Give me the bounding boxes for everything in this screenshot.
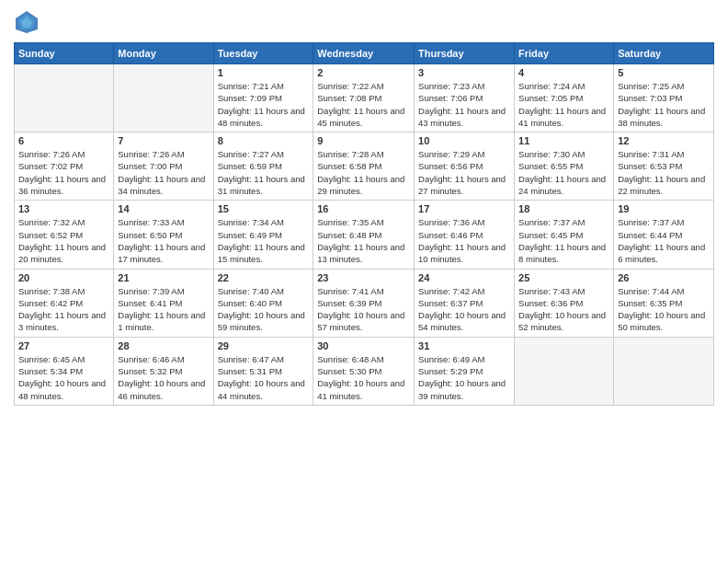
calendar-cell: 8Sunrise: 7:27 AM Sunset: 6:59 PM Daylig…	[213, 132, 313, 201]
day-info: Sunrise: 7:44 AM Sunset: 6:35 PM Dayligh…	[618, 285, 710, 334]
day-number: 19	[618, 203, 710, 214]
calendar-cell: 23Sunrise: 7:41 AM Sunset: 6:39 PM Dayli…	[313, 269, 415, 337]
day-info: Sunrise: 7:26 AM Sunset: 7:00 PM Dayligh…	[118, 148, 209, 197]
weekday-header-sunday: Sunday	[15, 43, 114, 64]
calendar-cell: 31Sunrise: 6:49 AM Sunset: 5:29 PM Dayli…	[415, 337, 515, 405]
logo-icon	[14, 9, 40, 35]
day-number: 22	[218, 272, 310, 283]
day-number: 3	[418, 67, 510, 78]
day-info: Sunrise: 7:33 AM Sunset: 6:50 PM Dayligh…	[118, 216, 209, 265]
weekday-header-monday: Monday	[114, 43, 213, 64]
calendar-cell: 11Sunrise: 7:30 AM Sunset: 6:55 PM Dayli…	[515, 132, 614, 201]
day-number: 12	[618, 135, 710, 146]
day-number: 15	[218, 203, 310, 214]
calendar-cell: 7Sunrise: 7:26 AM Sunset: 7:00 PM Daylig…	[114, 132, 213, 201]
calendar-cell: 18Sunrise: 7:37 AM Sunset: 6:45 PM Dayli…	[515, 201, 614, 269]
day-info: Sunrise: 7:25 AM Sunset: 7:03 PM Dayligh…	[618, 80, 710, 129]
calendar-cell: 27Sunrise: 6:45 AM Sunset: 5:34 PM Dayli…	[15, 337, 114, 405]
day-info: Sunrise: 7:21 AM Sunset: 7:09 PM Dayligh…	[218, 80, 310, 129]
calendar-cell: 5Sunrise: 7:25 AM Sunset: 7:03 PM Daylig…	[614, 64, 714, 132]
calendar-table: SundayMondayTuesdayWednesdayThursdayFrid…	[14, 42, 714, 406]
weekday-header-saturday: Saturday	[614, 43, 714, 64]
day-number: 6	[18, 135, 109, 146]
calendar-cell: 9Sunrise: 7:28 AM Sunset: 6:58 PM Daylig…	[313, 132, 415, 201]
day-info: Sunrise: 6:48 AM Sunset: 5:30 PM Dayligh…	[317, 353, 410, 402]
day-number: 10	[418, 135, 510, 146]
day-number: 20	[18, 272, 109, 283]
calendar-cell	[114, 64, 213, 132]
day-info: Sunrise: 7:30 AM Sunset: 6:55 PM Dayligh…	[518, 148, 609, 197]
day-info: Sunrise: 7:31 AM Sunset: 6:53 PM Dayligh…	[618, 148, 710, 197]
calendar-cell: 24Sunrise: 7:42 AM Sunset: 6:37 PM Dayli…	[415, 269, 515, 337]
day-info: Sunrise: 7:36 AM Sunset: 6:46 PM Dayligh…	[418, 216, 510, 265]
calendar-cell: 14Sunrise: 7:33 AM Sunset: 6:50 PM Dayli…	[114, 201, 213, 269]
calendar-week-row: 13Sunrise: 7:32 AM Sunset: 6:52 PM Dayli…	[15, 201, 714, 269]
calendar-week-row: 1Sunrise: 7:21 AM Sunset: 7:09 PM Daylig…	[15, 64, 714, 132]
day-info: Sunrise: 7:29 AM Sunset: 6:56 PM Dayligh…	[418, 148, 510, 197]
weekday-header-wednesday: Wednesday	[313, 43, 415, 64]
calendar-cell: 16Sunrise: 7:35 AM Sunset: 6:48 PM Dayli…	[313, 201, 415, 269]
day-info: Sunrise: 6:47 AM Sunset: 5:31 PM Dayligh…	[218, 353, 310, 402]
calendar-cell: 4Sunrise: 7:24 AM Sunset: 7:05 PM Daylig…	[515, 64, 614, 132]
day-info: Sunrise: 7:40 AM Sunset: 6:40 PM Dayligh…	[218, 285, 310, 334]
day-number: 5	[618, 67, 710, 78]
calendar-cell: 28Sunrise: 6:46 AM Sunset: 5:32 PM Dayli…	[114, 337, 213, 405]
calendar-cell: 19Sunrise: 7:37 AM Sunset: 6:44 PM Dayli…	[614, 201, 714, 269]
page: SundayMondayTuesdayWednesdayThursdayFrid…	[0, 0, 728, 563]
day-info: Sunrise: 7:37 AM Sunset: 6:45 PM Dayligh…	[518, 216, 609, 265]
calendar-week-row: 6Sunrise: 7:26 AM Sunset: 7:02 PM Daylig…	[15, 132, 714, 201]
calendar-cell: 21Sunrise: 7:39 AM Sunset: 6:41 PM Dayli…	[114, 269, 213, 337]
day-number: 13	[18, 203, 109, 214]
calendar-cell: 13Sunrise: 7:32 AM Sunset: 6:52 PM Dayli…	[15, 201, 114, 269]
calendar-cell: 30Sunrise: 6:48 AM Sunset: 5:30 PM Dayli…	[313, 337, 415, 405]
header	[14, 9, 714, 35]
weekday-header-friday: Friday	[515, 43, 614, 64]
day-info: Sunrise: 7:32 AM Sunset: 6:52 PM Dayligh…	[18, 216, 109, 265]
day-info: Sunrise: 7:41 AM Sunset: 6:39 PM Dayligh…	[317, 285, 410, 334]
day-info: Sunrise: 6:46 AM Sunset: 5:32 PM Dayligh…	[118, 353, 209, 402]
calendar-cell: 22Sunrise: 7:40 AM Sunset: 6:40 PM Dayli…	[213, 269, 313, 337]
day-number: 24	[418, 272, 510, 283]
day-number: 31	[418, 340, 510, 351]
day-number: 29	[218, 340, 310, 351]
day-info: Sunrise: 7:39 AM Sunset: 6:41 PM Dayligh…	[118, 285, 209, 334]
day-number: 21	[118, 272, 209, 283]
day-number: 30	[317, 340, 410, 351]
calendar-cell: 6Sunrise: 7:26 AM Sunset: 7:02 PM Daylig…	[15, 132, 114, 201]
day-info: Sunrise: 6:49 AM Sunset: 5:29 PM Dayligh…	[418, 353, 510, 402]
calendar-cell: 3Sunrise: 7:23 AM Sunset: 7:06 PM Daylig…	[415, 64, 515, 132]
day-info: Sunrise: 7:23 AM Sunset: 7:06 PM Dayligh…	[418, 80, 510, 129]
weekday-header-thursday: Thursday	[415, 43, 515, 64]
day-info: Sunrise: 7:42 AM Sunset: 6:37 PM Dayligh…	[418, 285, 510, 334]
calendar-cell: 20Sunrise: 7:38 AM Sunset: 6:42 PM Dayli…	[15, 269, 114, 337]
calendar-cell: 26Sunrise: 7:44 AM Sunset: 6:35 PM Dayli…	[614, 269, 714, 337]
day-info: Sunrise: 6:45 AM Sunset: 5:34 PM Dayligh…	[18, 353, 109, 402]
day-number: 7	[118, 135, 209, 146]
day-info: Sunrise: 7:43 AM Sunset: 6:36 PM Dayligh…	[518, 285, 609, 334]
calendar-cell: 1Sunrise: 7:21 AM Sunset: 7:09 PM Daylig…	[213, 64, 313, 132]
day-number: 25	[518, 272, 609, 283]
calendar-week-row: 27Sunrise: 6:45 AM Sunset: 5:34 PM Dayli…	[15, 337, 714, 405]
day-info: Sunrise: 7:22 AM Sunset: 7:08 PM Dayligh…	[317, 80, 410, 129]
day-number: 1	[218, 67, 310, 78]
day-number: 18	[518, 203, 609, 214]
calendar-cell	[614, 337, 714, 405]
day-info: Sunrise: 7:26 AM Sunset: 7:02 PM Dayligh…	[18, 148, 109, 197]
calendar-cell: 12Sunrise: 7:31 AM Sunset: 6:53 PM Dayli…	[614, 132, 714, 201]
day-number: 27	[18, 340, 109, 351]
day-number: 2	[317, 67, 410, 78]
day-number: 26	[618, 272, 710, 283]
day-number: 9	[317, 135, 410, 146]
day-info: Sunrise: 7:24 AM Sunset: 7:05 PM Dayligh…	[518, 80, 609, 129]
day-info: Sunrise: 7:28 AM Sunset: 6:58 PM Dayligh…	[317, 148, 410, 197]
calendar-cell: 25Sunrise: 7:43 AM Sunset: 6:36 PM Dayli…	[515, 269, 614, 337]
day-number: 17	[418, 203, 510, 214]
day-number: 23	[317, 272, 410, 283]
day-number: 16	[317, 203, 410, 214]
calendar-cell: 2Sunrise: 7:22 AM Sunset: 7:08 PM Daylig…	[313, 64, 415, 132]
day-info: Sunrise: 7:27 AM Sunset: 6:59 PM Dayligh…	[218, 148, 310, 197]
calendar-cell	[15, 64, 114, 132]
day-number: 4	[518, 67, 609, 78]
day-info: Sunrise: 7:34 AM Sunset: 6:49 PM Dayligh…	[218, 216, 310, 265]
day-number: 14	[118, 203, 209, 214]
